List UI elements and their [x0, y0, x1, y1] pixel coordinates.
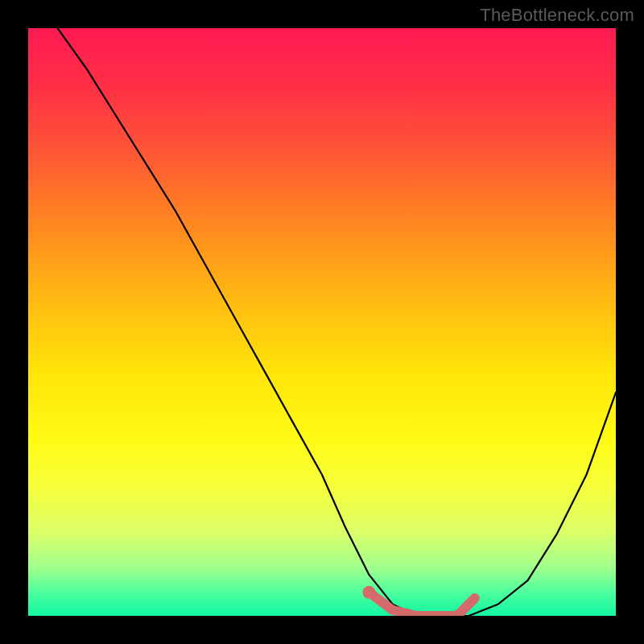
watermark-text: TheBottleneck.com: [480, 5, 634, 26]
highlight-dot: [362, 586, 375, 599]
chart-stage: TheBottleneck.com: [0, 0, 644, 644]
main-curve: [58, 28, 617, 616]
plot-area: [28, 28, 616, 616]
chart-svg: [28, 28, 616, 616]
